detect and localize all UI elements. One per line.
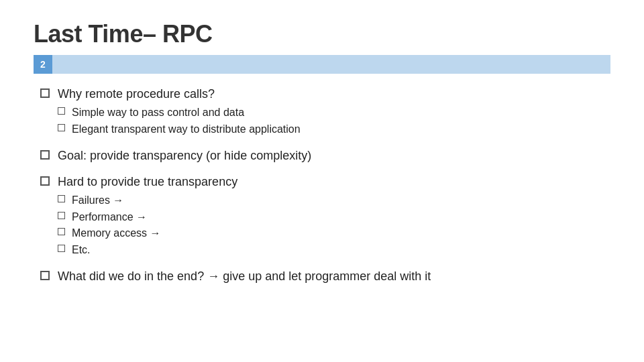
bullet-item-1: Why remote procedure calls? Simple way t… (40, 86, 610, 138)
bullet-item-2: Goal: provide transparency (or hide comp… (40, 147, 610, 164)
bullet-box-3 (40, 176, 50, 186)
sub-bullets-1: Simple way to pass control and data Eleg… (58, 105, 301, 137)
sub-bullet-3-3: Memory access → (58, 226, 237, 241)
sub-bullet-3-4: Etc. (58, 243, 237, 257)
content-area: Why remote procedure calls? Simple way t… (34, 86, 610, 285)
sub-bullet-1-2: Elegant transparent way to distribute ap… (58, 122, 301, 137)
slide-title: Last Time– RPC (34, 20, 610, 48)
accent-bar (52, 55, 610, 74)
bullet-item-3: Hard to provide true transparency Failur… (40, 174, 610, 259)
bullet-box-4 (40, 271, 50, 280)
slide: Last Time– RPC 2 Why remote procedure ca… (0, 0, 644, 362)
sub-bullet-1-1: Simple way to pass control and data (58, 105, 301, 120)
bullet-box-1 (40, 88, 50, 98)
sub-bullet-box-3-4 (58, 245, 65, 252)
bullet-item-4: What did we do in the end? → give up and… (40, 268, 610, 285)
sub-bullet-box-3-2 (58, 212, 65, 219)
bullet-text-3: Hard to provide true transparency Failur… (58, 174, 237, 259)
sub-bullet-box-1-2 (58, 124, 65, 131)
sub-bullet-box-3-1 (58, 195, 65, 202)
sub-bullet-3-1: Failures → (58, 193, 237, 208)
sub-bullet-box-3-3 (58, 228, 65, 235)
slide-number: 2 (34, 55, 52, 74)
bullet-text-1: Why remote procedure calls? Simple way t… (58, 86, 301, 138)
sub-bullets-3: Failures → Performance → Memory access →… (58, 193, 237, 257)
accent-bar-row: 2 (34, 55, 610, 74)
sub-bullet-3-2: Performance → (58, 210, 237, 225)
bullet-box-2 (40, 150, 50, 160)
sub-bullet-box-1-1 (58, 107, 65, 115)
